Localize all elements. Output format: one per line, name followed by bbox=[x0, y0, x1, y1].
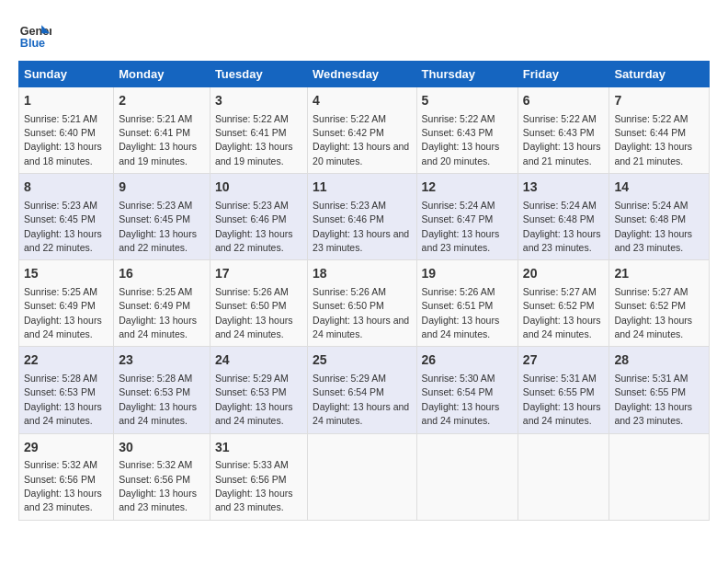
sunrise-info: Sunrise: 5:22 AMSunset: 6:42 PMDaylight:… bbox=[313, 113, 409, 167]
calendar-cell: 30 Sunrise: 5:32 AMSunset: 6:56 PMDaylig… bbox=[114, 433, 210, 520]
sunrise-info: Sunrise: 5:28 AMSunset: 6:53 PMDaylight:… bbox=[119, 373, 197, 426]
calendar-cell: 4 Sunrise: 5:22 AMSunset: 6:42 PMDayligh… bbox=[308, 87, 416, 174]
day-number: 21 bbox=[614, 265, 704, 283]
calendar-cell: 12 Sunrise: 5:24 AMSunset: 6:47 PMDaylig… bbox=[416, 174, 518, 260]
calendar-cell: 16 Sunrise: 5:25 AMSunset: 6:49 PMDaylig… bbox=[114, 260, 210, 347]
sunrise-info: Sunrise: 5:26 AMSunset: 6:51 PMDaylight:… bbox=[422, 286, 500, 339]
day-number: 30 bbox=[119, 439, 205, 457]
day-number: 14 bbox=[614, 178, 704, 197]
day-number: 26 bbox=[422, 351, 513, 370]
sunrise-info: Sunrise: 5:22 AMSunset: 6:44 PMDaylight:… bbox=[614, 113, 692, 167]
sunrise-info: Sunrise: 5:27 AMSunset: 6:52 PMDaylight:… bbox=[523, 286, 601, 339]
sunrise-info: Sunrise: 5:21 AMSunset: 6:41 PMDaylight:… bbox=[119, 113, 197, 167]
day-number: 19 bbox=[422, 265, 513, 283]
day-number: 22 bbox=[24, 351, 108, 370]
sunrise-info: Sunrise: 5:24 AMSunset: 6:48 PMDaylight:… bbox=[614, 200, 692, 253]
calendar-cell: 21 Sunrise: 5:27 AMSunset: 6:52 PMDaylig… bbox=[609, 260, 710, 347]
day-number: 2 bbox=[119, 92, 205, 110]
page-header: General Blue bbox=[18, 18, 710, 52]
day-number: 15 bbox=[24, 265, 108, 283]
sunrise-info: Sunrise: 5:32 AMSunset: 6:56 PMDaylight:… bbox=[119, 459, 197, 512]
day-number: 9 bbox=[119, 178, 205, 197]
sunrise-info: Sunrise: 5:23 AMSunset: 6:45 PMDaylight:… bbox=[119, 200, 197, 253]
day-header-friday: Friday bbox=[518, 62, 609, 87]
calendar-cell: 11 Sunrise: 5:23 AMSunset: 6:46 PMDaylig… bbox=[308, 174, 416, 260]
day-number: 31 bbox=[215, 439, 302, 457]
svg-text:Blue: Blue bbox=[20, 37, 45, 50]
sunrise-info: Sunrise: 5:25 AMSunset: 6:49 PMDaylight:… bbox=[24, 286, 102, 339]
calendar-cell: 7 Sunrise: 5:22 AMSunset: 6:44 PMDayligh… bbox=[609, 87, 710, 174]
calendar-cell: 6 Sunrise: 5:22 AMSunset: 6:43 PMDayligh… bbox=[518, 87, 609, 174]
calendar-cell: 13 Sunrise: 5:24 AMSunset: 6:48 PMDaylig… bbox=[518, 174, 609, 260]
day-number: 18 bbox=[313, 265, 411, 283]
logo-icon: General Blue bbox=[18, 18, 51, 52]
day-number: 20 bbox=[523, 265, 605, 283]
sunrise-info: Sunrise: 5:24 AMSunset: 6:47 PMDaylight:… bbox=[422, 200, 500, 253]
header-row: SundayMondayTuesdayWednesdayThursdayFrid… bbox=[19, 62, 710, 87]
week-row-2: 8 Sunrise: 5:23 AMSunset: 6:45 PMDayligh… bbox=[19, 174, 710, 260]
calendar-cell bbox=[416, 433, 518, 520]
calendar-cell: 26 Sunrise: 5:30 AMSunset: 6:54 PMDaylig… bbox=[416, 347, 518, 433]
calendar-cell: 15 Sunrise: 5:25 AMSunset: 6:49 PMDaylig… bbox=[19, 260, 114, 347]
calendar-cell: 18 Sunrise: 5:26 AMSunset: 6:50 PMDaylig… bbox=[308, 260, 416, 347]
day-number: 5 bbox=[422, 92, 513, 110]
calendar-cell: 27 Sunrise: 5:31 AMSunset: 6:55 PMDaylig… bbox=[518, 347, 609, 433]
day-number: 25 bbox=[313, 351, 411, 370]
calendar-cell: 17 Sunrise: 5:26 AMSunset: 6:50 PMDaylig… bbox=[210, 260, 307, 347]
calendar-cell: 31 Sunrise: 5:33 AMSunset: 6:56 PMDaylig… bbox=[210, 433, 307, 520]
sunrise-info: Sunrise: 5:23 AMSunset: 6:45 PMDaylight:… bbox=[24, 200, 102, 253]
sunrise-info: Sunrise: 5:23 AMSunset: 6:46 PMDaylight:… bbox=[313, 200, 409, 253]
sunrise-info: Sunrise: 5:32 AMSunset: 6:56 PMDaylight:… bbox=[24, 459, 102, 512]
day-header-wednesday: Wednesday bbox=[308, 62, 416, 87]
sunrise-info: Sunrise: 5:28 AMSunset: 6:53 PMDaylight:… bbox=[24, 373, 102, 426]
sunrise-info: Sunrise: 5:33 AMSunset: 6:56 PMDaylight:… bbox=[215, 459, 293, 512]
calendar-cell: 9 Sunrise: 5:23 AMSunset: 6:45 PMDayligh… bbox=[114, 174, 210, 260]
sunrise-info: Sunrise: 5:31 AMSunset: 6:55 PMDaylight:… bbox=[523, 373, 601, 426]
calendar-cell bbox=[609, 433, 710, 520]
day-header-saturday: Saturday bbox=[609, 62, 710, 87]
day-number: 13 bbox=[523, 178, 605, 197]
calendar-cell: 25 Sunrise: 5:29 AMSunset: 6:54 PMDaylig… bbox=[308, 347, 416, 433]
day-number: 23 bbox=[119, 351, 205, 370]
day-number: 12 bbox=[422, 178, 513, 197]
sunrise-info: Sunrise: 5:29 AMSunset: 6:53 PMDaylight:… bbox=[215, 373, 293, 426]
sunrise-info: Sunrise: 5:22 AMSunset: 6:41 PMDaylight:… bbox=[215, 113, 293, 167]
calendar-cell: 14 Sunrise: 5:24 AMSunset: 6:48 PMDaylig… bbox=[609, 174, 710, 260]
calendar-cell bbox=[518, 433, 609, 520]
calendar-cell: 3 Sunrise: 5:22 AMSunset: 6:41 PMDayligh… bbox=[210, 87, 307, 174]
week-row-3: 15 Sunrise: 5:25 AMSunset: 6:49 PMDaylig… bbox=[19, 260, 710, 347]
day-number: 7 bbox=[614, 92, 704, 110]
calendar-cell: 29 Sunrise: 5:32 AMSunset: 6:56 PMDaylig… bbox=[19, 433, 114, 520]
sunrise-info: Sunrise: 5:26 AMSunset: 6:50 PMDaylight:… bbox=[313, 286, 409, 339]
week-row-1: 1 Sunrise: 5:21 AMSunset: 6:40 PMDayligh… bbox=[19, 87, 710, 174]
day-header-monday: Monday bbox=[114, 62, 210, 87]
calendar-cell bbox=[308, 433, 416, 520]
day-number: 10 bbox=[215, 178, 302, 197]
day-number: 1 bbox=[24, 92, 108, 110]
calendar-cell: 20 Sunrise: 5:27 AMSunset: 6:52 PMDaylig… bbox=[518, 260, 609, 347]
calendar-cell: 23 Sunrise: 5:28 AMSunset: 6:53 PMDaylig… bbox=[114, 347, 210, 433]
day-number: 24 bbox=[215, 351, 302, 370]
day-number: 29 bbox=[24, 439, 108, 457]
calendar-cell: 10 Sunrise: 5:23 AMSunset: 6:46 PMDaylig… bbox=[210, 174, 307, 260]
day-number: 17 bbox=[215, 265, 302, 283]
calendar-cell: 5 Sunrise: 5:22 AMSunset: 6:43 PMDayligh… bbox=[416, 87, 518, 174]
day-number: 27 bbox=[523, 351, 605, 370]
week-row-5: 29 Sunrise: 5:32 AMSunset: 6:56 PMDaylig… bbox=[19, 433, 710, 520]
sunrise-info: Sunrise: 5:29 AMSunset: 6:54 PMDaylight:… bbox=[313, 373, 409, 426]
logo: General Blue bbox=[18, 18, 57, 52]
calendar-cell: 19 Sunrise: 5:26 AMSunset: 6:51 PMDaylig… bbox=[416, 260, 518, 347]
day-number: 3 bbox=[215, 92, 302, 110]
day-number: 16 bbox=[119, 265, 205, 283]
sunrise-info: Sunrise: 5:27 AMSunset: 6:52 PMDaylight:… bbox=[614, 286, 692, 339]
day-number: 4 bbox=[313, 92, 411, 110]
calendar-cell: 2 Sunrise: 5:21 AMSunset: 6:41 PMDayligh… bbox=[114, 87, 210, 174]
calendar-cell: 22 Sunrise: 5:28 AMSunset: 6:53 PMDaylig… bbox=[19, 347, 114, 433]
sunrise-info: Sunrise: 5:23 AMSunset: 6:46 PMDaylight:… bbox=[215, 200, 293, 253]
day-number: 28 bbox=[614, 351, 704, 370]
calendar-cell: 28 Sunrise: 5:31 AMSunset: 6:55 PMDaylig… bbox=[609, 347, 710, 433]
sunrise-info: Sunrise: 5:31 AMSunset: 6:55 PMDaylight:… bbox=[614, 373, 692, 426]
sunrise-info: Sunrise: 5:25 AMSunset: 6:49 PMDaylight:… bbox=[119, 286, 197, 339]
day-number: 8 bbox=[24, 178, 108, 197]
sunrise-info: Sunrise: 5:24 AMSunset: 6:48 PMDaylight:… bbox=[523, 200, 601, 253]
